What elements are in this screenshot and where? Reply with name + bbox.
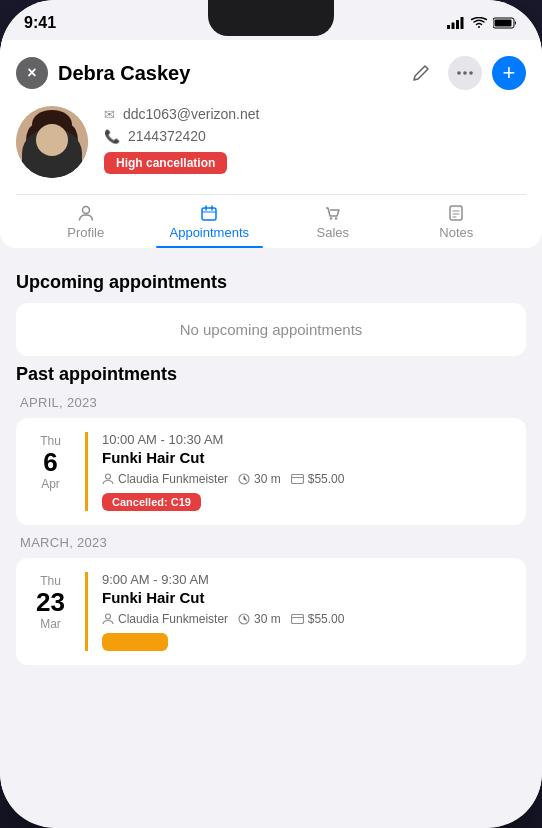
date-col-march: Thu 23 Mar: [16, 572, 88, 651]
avatar-image: [16, 106, 88, 178]
svg-rect-22: [450, 206, 462, 220]
svg-rect-5: [495, 20, 512, 27]
date-col-april: Thu 6 Apr: [16, 432, 88, 511]
content-area: × Debra Caskey: [0, 40, 542, 816]
svg-rect-19: [202, 208, 216, 220]
appt-time-april: 10:00 AM - 10:30 AM: [102, 432, 512, 447]
phone-row: 📞 2144372420: [104, 128, 526, 144]
past-title: Past appointments: [16, 364, 526, 385]
close-button[interactable]: ×: [16, 57, 48, 89]
edit-button[interactable]: [404, 56, 438, 90]
clock-icon-march: [238, 613, 250, 625]
appointments-icon: [201, 205, 217, 221]
cancellation-badge: High cancellation: [104, 152, 227, 174]
month-label-april: APRIL, 2023: [16, 395, 526, 410]
phone-frame: 9:41: [0, 0, 542, 828]
add-button[interactable]: +: [492, 56, 526, 90]
phone-icon: 📞: [104, 129, 120, 144]
tab-sales[interactable]: Sales: [271, 195, 395, 248]
price-april: $55.00: [291, 472, 345, 486]
svg-point-10: [32, 110, 72, 138]
tab-bar: Profile Appointments: [16, 194, 526, 248]
past-section: Past appointments APRIL, 2023 Thu 6 Apr …: [0, 364, 542, 691]
svg-rect-28: [291, 615, 303, 624]
staff-icon-april: [102, 473, 114, 485]
tab-appointments[interactable]: Appointments: [148, 195, 272, 248]
month-mar: Mar: [40, 617, 61, 631]
month-label-march: MARCH, 2023: [16, 535, 526, 550]
tab-sales-label: Sales: [316, 225, 349, 240]
notes-icon: [448, 205, 464, 221]
price-icon-march: [291, 614, 304, 624]
sales-icon: [325, 205, 341, 221]
day-num-march: 23: [36, 588, 65, 617]
customer-phone: 2144372420: [128, 128, 206, 144]
email-row: ✉ ddc1063@verizon.net: [104, 106, 526, 122]
appt-details-april: 10:00 AM - 10:30 AM Funki Hair Cut Claud…: [102, 432, 512, 511]
svg-rect-1: [452, 23, 455, 30]
more-icon: [457, 71, 473, 75]
appointment-card-april: Thu 6 Apr 10:00 AM - 10:30 AM Funki Hair…: [16, 418, 526, 525]
svg-point-7: [463, 71, 467, 75]
profile-icon: [78, 205, 94, 221]
profile-section: ✉ ddc1063@verizon.net 📞 2144372420 High …: [16, 106, 526, 178]
appt-meta-april: Claudia Funkmeister 30 m: [102, 472, 512, 486]
clock-icon-april: [238, 473, 250, 485]
upcoming-title: Upcoming appointments: [16, 272, 526, 293]
svg-point-13: [62, 125, 78, 157]
edit-icon: [412, 64, 430, 82]
phone-screen: 9:41: [0, 0, 542, 828]
svg-point-14: [26, 161, 78, 178]
appt-time-march: 9:00 AM - 9:30 AM: [102, 572, 512, 587]
staff-march: Claudia Funkmeister: [102, 612, 228, 626]
day-num-april: 6: [43, 448, 57, 477]
appointment-card-march: Thu 23 Mar 9:00 AM - 9:30 AM Funki Hair …: [16, 558, 526, 665]
svg-rect-25: [291, 475, 303, 484]
svg-point-6: [457, 71, 461, 75]
svg-point-23: [106, 474, 111, 479]
tab-notes[interactable]: Notes: [395, 195, 519, 248]
appt-meta-march: Claudia Funkmeister 30 m: [102, 612, 512, 626]
svg-point-20: [330, 217, 332, 219]
svg-rect-15: [44, 160, 60, 174]
svg-point-17: [58, 142, 63, 146]
appt-name-march: Funki Hair Cut: [102, 589, 512, 606]
svg-point-16: [42, 142, 47, 146]
status-badge-march: [102, 633, 168, 651]
day-name-march: Thu: [40, 574, 61, 588]
tab-profile[interactable]: Profile: [24, 195, 148, 248]
duration-april: 30 m: [238, 472, 281, 486]
header-card: × Debra Caskey: [0, 40, 542, 248]
battery-icon: [493, 17, 518, 29]
customer-email: ddc1063@verizon.net: [123, 106, 259, 122]
month-apr: Apr: [41, 477, 60, 491]
avatar: [16, 106, 88, 178]
tab-notes-label: Notes: [439, 225, 473, 240]
tab-profile-label: Profile: [67, 225, 104, 240]
status-time: 9:41: [24, 14, 56, 32]
header-top: × Debra Caskey: [16, 56, 526, 90]
upcoming-section: Upcoming appointments No upcoming appoin…: [0, 256, 542, 364]
svg-point-21: [335, 217, 337, 219]
tab-appointments-label: Appointments: [170, 225, 250, 240]
svg-rect-0: [447, 25, 450, 29]
svg-point-26: [106, 614, 111, 619]
staff-april: Claudia Funkmeister: [102, 472, 228, 486]
customer-name: Debra Caskey: [58, 62, 404, 85]
appt-details-march: 9:00 AM - 9:30 AM Funki Hair Cut Claudia…: [102, 572, 512, 651]
staff-icon-march: [102, 613, 114, 625]
duration-march: 30 m: [238, 612, 281, 626]
avatar-svg: [16, 106, 88, 178]
no-upcoming-card: No upcoming appointments: [16, 303, 526, 356]
email-icon: ✉: [104, 107, 115, 122]
header-actions: +: [404, 56, 526, 90]
no-upcoming-text: No upcoming appointments: [180, 321, 363, 338]
svg-point-12: [26, 125, 42, 157]
price-march: $55.00: [291, 612, 345, 626]
more-button[interactable]: [448, 56, 482, 90]
status-icons: [447, 17, 518, 29]
cancelled-badge-april: Cancelled: C19: [102, 493, 201, 511]
appt-name-april: Funki Hair Cut: [102, 449, 512, 466]
svg-rect-2: [456, 20, 459, 29]
contact-info: ✉ ddc1063@verizon.net 📞 2144372420 High …: [104, 106, 526, 174]
